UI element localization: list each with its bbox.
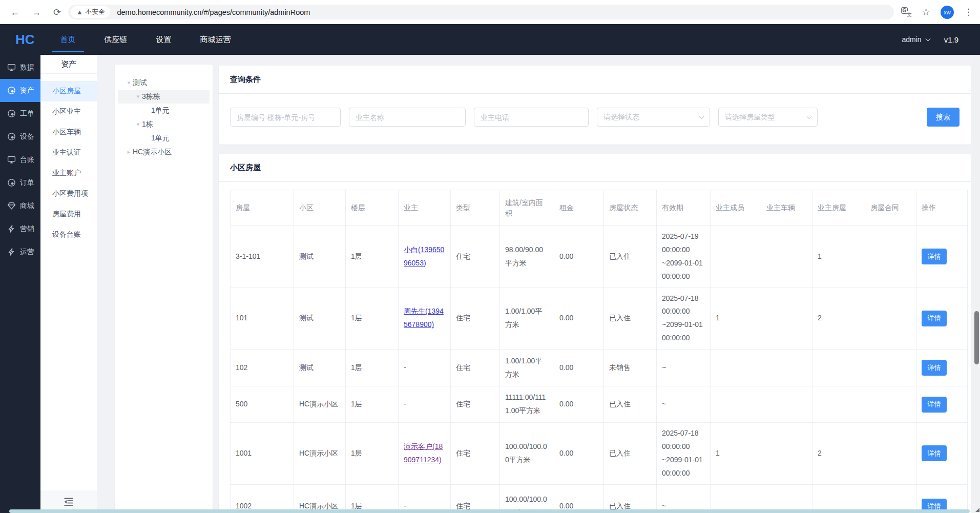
detail-button[interactable]: 详情 [922,445,947,461]
table-header-row: 房屋小区楼层业主类型建筑/室内面积租金房屋状态有效期业主成员业主车辆业主房屋房屋… [231,190,968,226]
caret-down-icon[interactable]: ▾ [134,93,142,100]
cell-validity: ~ [657,386,711,423]
user-menu[interactable]: admin [902,35,930,44]
cell-vehicles [761,423,812,485]
sidebar-item-label: 商城 [20,201,34,211]
submenu-item-community-owner[interactable]: 小区业主 [40,101,97,122]
owner-phone-input[interactable] [474,108,589,127]
tree-node-3[interactable]: ▾1栋 [118,117,210,131]
detail-button[interactable]: 详情 [922,249,947,264]
tree-node-2[interactable]: 1单元 [118,104,210,117]
caret-down-icon[interactable]: ▾ [125,79,133,86]
browser-menu-icon[interactable]: ⋮ [964,8,973,16]
owner-link[interactable]: 小白(13965096053) [404,245,444,267]
cell-houses [812,484,865,513]
column-header-7: 房屋状态 [604,190,657,226]
nav-item-supply-chain[interactable]: 供应链 [105,24,128,55]
house-number-input[interactable] [230,108,341,127]
cell-validity: ~ [657,484,711,513]
tree-node-label: 1栋 [142,120,153,129]
cell-members [711,226,761,288]
reload-icon[interactable]: ⟳ [53,8,61,17]
vertical-scrollbar[interactable] [973,55,980,513]
app-logo[interactable]: HC [15,32,35,48]
detail-button[interactable]: 详情 [922,360,947,376]
sidebar-item-assets[interactable]: 资产 [0,79,40,102]
main-content: ▾测试▾3栋栋1单元▾1栋1单元▸HC演示小区 查询条件 请选择状态 请选择房屋… [97,55,980,513]
column-header-2: 楼层 [346,190,399,226]
detail-button[interactable]: 详情 [922,397,947,413]
security-label: 不安全 [86,8,105,16]
translate-icon[interactable]: G文 [901,7,911,17]
address-bar[interactable]: ▲ 不安全 demo.homecommunity.cn/#/pages/comm… [68,5,894,19]
caret-down-icon[interactable]: ▾ [134,121,142,128]
scrollbar-corner [975,508,979,512]
submenu-item-owner-auth[interactable]: 业主认证 [40,142,97,163]
diamond-icon [7,201,16,210]
horizontal-scrollbar-thumb[interactable] [9,509,970,513]
sidebar-item-orders[interactable]: 订单 [0,171,40,194]
tree-node-1[interactable]: ▾3栋栋 [118,90,210,104]
nav-item-mall-operation[interactable]: 商城运营 [200,24,231,55]
tree-node-5[interactable]: ▸HC演示小区 [118,145,210,159]
nav-item-home[interactable]: 首页 [60,24,76,55]
detail-button[interactable]: 详情 [922,311,947,326]
submenu-item-community-house[interactable]: 小区房屋 [40,81,97,101]
cell-actions: 详情 [916,226,968,288]
submenu-item-community-vehicle[interactable]: 小区车辆 [40,122,97,142]
forward-icon[interactable]: → [32,8,41,17]
sidebar-item-devices[interactable]: 设备 [0,125,40,148]
cell-floor: 1层 [346,386,399,423]
sidebar-item-ledger[interactable]: 台账 [0,148,40,171]
house-type-select[interactable]: 请选择房屋类型 [718,108,818,127]
sidebar-item-operation[interactable]: 运营 [0,240,40,263]
tree-node-4[interactable]: 1单元 [118,131,210,145]
search-button[interactable]: 搜索 [927,108,960,127]
chrome-nav-buttons: ← → ⟳ [10,8,61,17]
column-header-3: 业主 [399,190,451,226]
sidebar-item-workorder[interactable]: 工单 [0,102,40,125]
caret-right-icon[interactable]: ▸ [125,149,133,155]
vertical-scrollbar-thumb[interactable] [974,311,979,364]
profile-avatar[interactable]: xw [941,6,954,19]
owner-name-input[interactable] [349,108,466,127]
site-security-chip[interactable]: ▲ 不安全 [71,6,110,18]
cell-type: 住宅 [451,288,500,350]
bookmark-star-icon[interactable]: ☆ [922,7,930,17]
cell-floor: 1层 [346,226,399,288]
cell-house: 3-1-101 [231,226,294,288]
cell-actions: 详情 [916,288,968,350]
sidebar-item-label: 工单 [20,109,34,118]
sidebar-item-marketing[interactable]: 营销 [0,217,40,240]
cell-type: 住宅 [451,350,500,386]
sidebar-item-data[interactable]: 数据 [0,56,40,79]
cell-community: HC演示小区 [294,423,346,485]
tree-node-0[interactable]: ▾测试 [118,76,210,90]
chevron-down-icon [925,36,930,41]
column-header-6: 租金 [554,190,604,226]
sidebar-item-label: 运营 [20,248,34,257]
sidebar-item-mall[interactable]: 商城 [0,194,40,217]
community-tree-panel: ▾测试▾3栋栋1单元▾1栋1单元▸HC演示小区 [115,65,213,513]
house-list-title: 小区房屋 [219,154,971,182]
search-panel-title: 查询条件 [219,66,971,94]
submenu-item-house-fee[interactable]: 房屋费用 [40,204,97,224]
column-header-4: 类型 [451,190,500,226]
cell-validity: ~ [657,350,711,386]
cell-owner: 演示客户(18909711234) [399,423,451,485]
submenu-title: 资产 [40,55,97,74]
status-select[interactable]: 请选择状态 [597,108,710,127]
back-icon[interactable]: ← [10,8,19,17]
submenu-item-community-fee[interactable]: 小区费用项 [40,183,97,204]
column-header-5: 建筑/室内面积 [500,190,554,226]
owner-link[interactable]: 周先生(13945678900) [404,307,444,329]
globe-icon [7,132,16,141]
submenu-item-owner-account[interactable]: 业主账户 [40,163,97,183]
cell-members [711,386,761,423]
warning-icon: ▲ [76,8,83,16]
owner-link[interactable]: 演示客户(18909711234) [404,442,443,464]
nav-item-settings[interactable]: 设置 [156,24,172,55]
submenu-item-device-ledger[interactable]: 设备台账 [40,224,97,245]
submenu-item-label: 设备台账 [52,230,81,239]
cell-vehicles [761,484,812,513]
